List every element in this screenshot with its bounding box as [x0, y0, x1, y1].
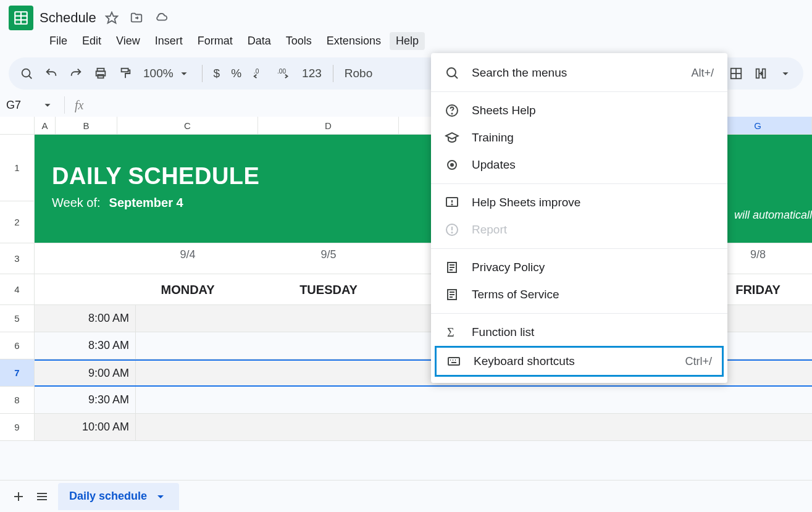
- svg-point-31: [451, 232, 452, 233]
- svg-text:.0: .0: [254, 68, 259, 75]
- move-folder-icon[interactable]: [130, 11, 143, 25]
- name-box[interactable]: G7: [5, 98, 54, 112]
- row-header-9[interactable]: 9: [0, 414, 35, 441]
- undo-icon[interactable]: [44, 67, 58, 80]
- help-search[interactable]: Search the menus Alt+/: [431, 59, 727, 86]
- select-all-corner[interactable]: [0, 117, 35, 134]
- day-monday: MONDAY: [117, 283, 258, 297]
- date-tuesday: 9/5: [258, 243, 399, 261]
- help-report: Report: [431, 216, 727, 243]
- menu-bar: File Edit View Insert Format Data Tools …: [0, 31, 812, 54]
- help-training[interactable]: Training: [431, 124, 727, 151]
- svg-rect-41: [448, 358, 459, 365]
- svg-rect-9: [98, 75, 103, 78]
- row-header-5[interactable]: 5: [0, 305, 35, 332]
- svg-text:Σ: Σ: [447, 325, 454, 339]
- print-icon[interactable]: [94, 67, 107, 80]
- increase-decimal-icon[interactable]: .00: [277, 67, 291, 80]
- svg-point-25: [451, 164, 453, 166]
- fx-icon: fx: [75, 98, 83, 112]
- row-header-4[interactable]: 4: [0, 274, 35, 305]
- title-bar: Schedule: [0, 0, 812, 31]
- decrease-decimal-icon[interactable]: .0: [253, 67, 266, 80]
- week-label: Week of:: [52, 196, 101, 209]
- menu-format[interactable]: Format: [191, 32, 239, 50]
- col-header-A[interactable]: A: [35, 117, 56, 134]
- menu-data[interactable]: Data: [241, 32, 277, 50]
- svg-rect-10: [122, 69, 128, 72]
- chevron-down-icon[interactable]: [779, 67, 792, 80]
- row-header-7[interactable]: 7: [0, 359, 35, 387]
- number-format-icon[interactable]: 123: [302, 67, 322, 80]
- star-icon[interactable]: [105, 11, 119, 25]
- day-tuesday: TUESDAY: [258, 283, 399, 297]
- note-partial: will automaticall: [734, 209, 812, 222]
- row-header-2[interactable]: 2: [0, 201, 35, 243]
- merge-icon[interactable]: [754, 67, 768, 80]
- menu-extensions[interactable]: Extensions: [320, 32, 387, 50]
- col-header-B[interactable]: B: [56, 117, 117, 134]
- borders-icon[interactable]: [729, 67, 743, 80]
- svg-point-24: [451, 113, 452, 114]
- row-header-8[interactable]: 8: [0, 387, 35, 414]
- help-updates[interactable]: Updates: [431, 151, 727, 178]
- document-title[interactable]: Schedule: [40, 10, 96, 26]
- paint-format-icon[interactable]: [119, 67, 132, 80]
- time-7[interactable]: 9:00 AM: [52, 361, 136, 385]
- menu-tools[interactable]: Tools: [280, 32, 318, 50]
- zoom-selector[interactable]: 100%: [143, 67, 191, 80]
- sheet-tabs-bar: Daily schedule: [0, 480, 812, 512]
- percent-format-icon[interactable]: %: [231, 67, 241, 80]
- date-monday: 9/4: [117, 243, 258, 261]
- help-keyboard-shortcuts[interactable]: Keyboard shortcuts Ctrl+/: [435, 346, 724, 377]
- all-sheets-icon[interactable]: [35, 489, 49, 504]
- redo-icon[interactable]: [69, 67, 83, 80]
- cloud-status-icon[interactable]: [154, 11, 168, 25]
- col-header-C[interactable]: C: [117, 117, 258, 134]
- menu-insert[interactable]: Insert: [149, 32, 189, 50]
- help-terms[interactable]: Terms of Service: [431, 281, 727, 308]
- menu-edit[interactable]: Edit: [76, 32, 107, 50]
- help-improve[interactable]: Help Sheets improve: [431, 189, 727, 216]
- add-sheet-icon[interactable]: [11, 489, 26, 504]
- help-functions[interactable]: Σ Function list: [431, 319, 727, 346]
- svg-text:.00: .00: [277, 68, 286, 75]
- col-header-D[interactable]: D: [258, 117, 399, 134]
- search-icon[interactable]: [20, 67, 33, 80]
- menu-view[interactable]: View: [110, 32, 146, 50]
- row-header-1[interactable]: 1: [0, 135, 35, 201]
- time-9[interactable]: 10:00 AM: [52, 414, 136, 440]
- help-menu-dropdown: Search the menus Alt+/ Sheets Help Train…: [431, 53, 727, 383]
- help-sheets-help[interactable]: Sheets Help: [431, 97, 727, 124]
- svg-point-21: [447, 68, 456, 77]
- svg-point-5: [22, 69, 30, 77]
- svg-point-28: [451, 204, 452, 204]
- menu-help[interactable]: Help: [390, 32, 425, 50]
- time-5[interactable]: 8:00 AM: [52, 305, 136, 332]
- currency-format-icon[interactable]: $: [214, 67, 220, 80]
- row-header-3[interactable]: 3: [0, 243, 35, 274]
- svg-line-6: [29, 76, 32, 79]
- sheet-tab-daily[interactable]: Daily schedule: [58, 483, 179, 510]
- time-6[interactable]: 8:30 AM: [52, 332, 136, 359]
- help-privacy[interactable]: Privacy Policy: [431, 254, 727, 281]
- sheets-logo-icon[interactable]: [9, 6, 33, 30]
- svg-marker-4: [106, 12, 117, 23]
- row-header-6[interactable]: 6: [0, 332, 35, 359]
- svg-line-22: [454, 75, 458, 78]
- font-selector[interactable]: Robo: [345, 67, 372, 80]
- week-value: September 4: [109, 196, 183, 209]
- time-8[interactable]: 9:30 AM: [52, 387, 136, 413]
- menu-file[interactable]: File: [43, 32, 73, 50]
